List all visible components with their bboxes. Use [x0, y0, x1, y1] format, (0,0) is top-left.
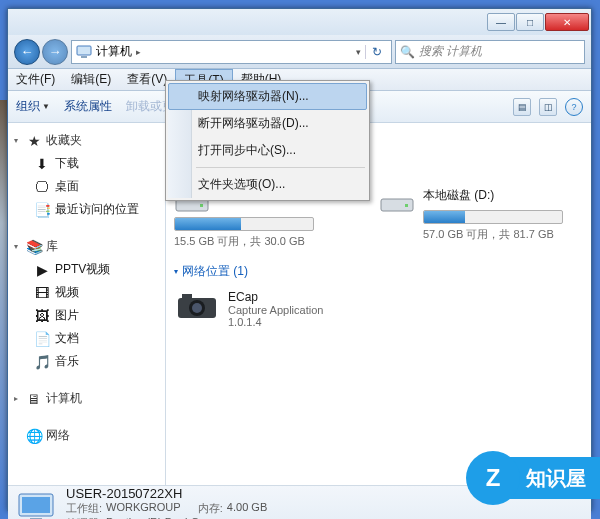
svg-rect-11: [22, 497, 50, 513]
desktop-icon: 🖵: [34, 179, 50, 195]
refresh-button[interactable]: ↻: [365, 45, 387, 59]
organize-button[interactable]: 组织 ▼: [16, 98, 50, 115]
network-icon: 🌐: [26, 428, 42, 444]
chevron-down-icon: ▾: [174, 267, 178, 276]
drive-c-info: 15.5 GB 可用，共 30.0 GB: [174, 231, 369, 249]
drive-d[interactable]: 本地磁盘 (D:) 57.0 GB 可用，共 81.7 GB: [379, 187, 574, 249]
breadcrumb-arrow-icon[interactable]: ▸: [136, 47, 141, 57]
memory-label: 内存:: [198, 501, 223, 516]
video-icon: ▶: [34, 262, 50, 278]
address-text: 计算机: [96, 43, 132, 60]
navbar: ← → 计算机 ▸ ▾ ↻ 🔍 搜索 计算机: [8, 35, 591, 69]
menu-disconnect-drive[interactable]: 断开网络驱动器(D)...: [168, 110, 367, 137]
menu-sync-center[interactable]: 打开同步中心(S)...: [168, 137, 367, 164]
address-bar[interactable]: 计算机 ▸ ▾ ↻: [71, 40, 392, 64]
watermark-badge: Z 知识屋: [466, 451, 600, 505]
computer-icon: [16, 491, 56, 520]
recent-icon: 📑: [34, 202, 50, 218]
computer-icon: [76, 44, 92, 60]
menu-folder-options[interactable]: 文件夹选项(O)...: [168, 171, 367, 198]
documents-icon: 📄: [34, 331, 50, 347]
hostname: USER-20150722XH: [66, 486, 267, 501]
nav-pane: ▾★收藏夹 ⬇下载 🖵桌面 📑最近访问的位置 ▾📚库 ▶PPTV视频 🎞视频 🖼…: [8, 123, 166, 485]
pictures-icon: 🖼: [34, 308, 50, 324]
nav-videos[interactable]: 🎞视频: [12, 281, 161, 304]
netloc-ecap[interactable]: ECap Capture Application 1.0.1.4: [174, 286, 583, 332]
system-properties-button[interactable]: 系统属性: [64, 98, 112, 115]
netloc-name: ECap: [228, 290, 323, 304]
drive-d-info: 57.0 GB 可用，共 81.7 GB: [423, 224, 574, 242]
nav-recent[interactable]: 📑最近访问的位置: [12, 198, 161, 221]
nav-pptv[interactable]: ▶PPTV视频: [12, 258, 161, 281]
svg-rect-3: [200, 204, 203, 207]
nav-desktop[interactable]: 🖵桌面: [12, 175, 161, 198]
menu-map-network-drive[interactable]: 映射网络驱动器(N)...: [168, 83, 367, 110]
help-icon[interactable]: ?: [565, 98, 583, 116]
search-icon: 🔍: [400, 45, 415, 59]
svg-rect-4: [381, 199, 413, 211]
computer-group[interactable]: ▸🖥计算机: [12, 387, 161, 410]
memory-value: 4.00 GB: [227, 501, 267, 516]
svg-rect-0: [77, 46, 91, 55]
maximize-button[interactable]: □: [516, 13, 544, 31]
close-button[interactable]: ✕: [545, 13, 589, 31]
svg-rect-1: [81, 56, 87, 58]
libraries-group[interactable]: ▾📚库: [12, 235, 161, 258]
svg-point-8: [192, 303, 202, 313]
view-mode-button[interactable]: ▤: [513, 98, 531, 116]
computer-icon: 🖥: [26, 391, 42, 407]
favorites-group[interactable]: ▾★收藏夹: [12, 129, 161, 152]
menu-edit[interactable]: 编辑(E): [63, 69, 119, 90]
search-input[interactable]: 🔍 搜索 计算机: [395, 40, 585, 64]
nav-documents[interactable]: 📄文档: [12, 327, 161, 350]
downloads-icon: ⬇: [34, 156, 50, 172]
svg-rect-9: [182, 294, 192, 299]
tools-menu-dropdown: 映射网络驱动器(N)... 断开网络驱动器(D)... 打开同步中心(S)...…: [165, 80, 370, 201]
drive-icon: [379, 187, 415, 215]
netloc-version: 1.0.1.4: [228, 316, 323, 328]
minimize-button[interactable]: —: [487, 13, 515, 31]
history-dropdown-icon[interactable]: ▾: [356, 47, 361, 57]
music-icon: 🎵: [34, 354, 50, 370]
nav-music[interactable]: 🎵音乐: [12, 350, 161, 373]
nav-downloads[interactable]: ⬇下载: [12, 152, 161, 175]
back-button[interactable]: ←: [14, 39, 40, 65]
watermark-icon: Z: [466, 451, 520, 505]
libraries-icon: 📚: [26, 239, 42, 255]
menu-separator: [196, 167, 365, 168]
camera-icon: [176, 290, 218, 322]
titlebar: — □ ✕: [8, 9, 591, 35]
workgroup-label: 工作组:: [66, 501, 102, 516]
forward-button[interactable]: →: [42, 39, 68, 65]
network-locations-group[interactable]: ▾ 网络位置 (1): [174, 263, 583, 280]
network-group[interactable]: 🌐网络: [12, 424, 161, 447]
star-icon: ★: [26, 133, 42, 149]
search-placeholder: 搜索 计算机: [419, 43, 482, 60]
workgroup-value: WORKGROUP: [106, 501, 181, 516]
svg-rect-5: [405, 204, 408, 207]
preview-pane-button[interactable]: ◫: [539, 98, 557, 116]
nav-pictures[interactable]: 🖼图片: [12, 304, 161, 327]
view-controls: ▤ ◫ ?: [513, 98, 583, 116]
drive-d-label: 本地磁盘 (D:): [423, 187, 574, 208]
video-icon: 🎞: [34, 285, 50, 301]
netloc-desc: Capture Application: [228, 304, 323, 316]
menu-file[interactable]: 文件(F): [8, 69, 63, 90]
